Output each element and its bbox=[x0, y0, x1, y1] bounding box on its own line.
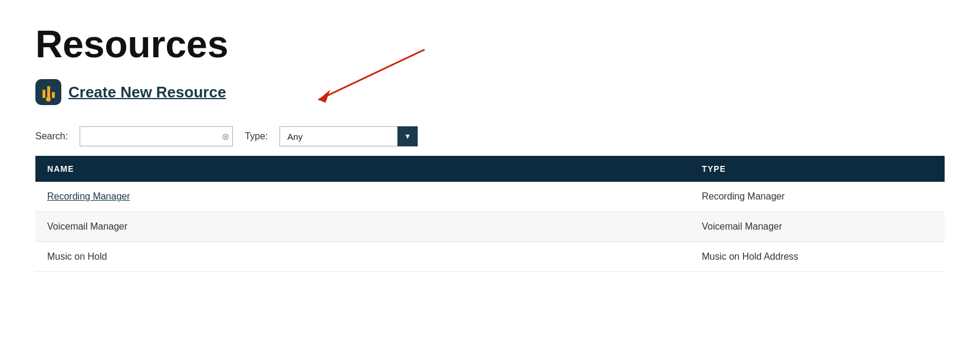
row-2-type: Music on Hold Address bbox=[690, 242, 945, 272]
column-header-type: TYPE bbox=[690, 156, 945, 182]
icon-bar-1 bbox=[42, 90, 45, 98]
table-header: NAME TYPE bbox=[35, 156, 945, 182]
row-1-type: Voicemail Manager bbox=[690, 212, 945, 242]
row-2-name: Music on Hold bbox=[35, 242, 690, 272]
icon-bar-3 bbox=[52, 92, 55, 98]
table-row: Voicemail Manager Voicemail Manager bbox=[35, 212, 945, 242]
type-dropdown-arrow[interactable]: ▼ bbox=[397, 126, 417, 146]
search-input-wrapper: ⊗ bbox=[80, 126, 233, 146]
icon-dot bbox=[46, 97, 51, 102]
table-row: Recording Manager Recording Manager bbox=[35, 182, 945, 212]
resource-icon bbox=[35, 79, 61, 105]
recording-manager-link[interactable]: Recording Manager bbox=[47, 191, 130, 201]
create-new-resource-link[interactable]: Create New Resource bbox=[68, 83, 226, 102]
search-filter-row: Search: ⊗ Type: Any ▼ bbox=[35, 126, 945, 146]
search-input[interactable] bbox=[80, 126, 233, 146]
svg-marker-1 bbox=[318, 90, 330, 103]
clear-search-icon[interactable]: ⊗ bbox=[222, 131, 229, 142]
icon-bar-2 bbox=[47, 86, 50, 98]
resources-table: NAME TYPE Recording Manager Recording Ma… bbox=[35, 156, 945, 272]
icon-bars-graphic bbox=[42, 86, 55, 98]
chevron-down-icon: ▼ bbox=[404, 132, 411, 140]
row-1-name: Voicemail Manager bbox=[35, 212, 690, 242]
type-label: Type: bbox=[245, 131, 268, 142]
table-body: Recording Manager Recording Manager Voic… bbox=[35, 182, 945, 272]
create-resource-row: Create New Resource bbox=[35, 79, 945, 105]
search-label: Search: bbox=[35, 131, 68, 142]
row-0-type: Recording Manager bbox=[690, 182, 945, 212]
type-select-wrapper[interactable]: Any ▼ bbox=[279, 126, 418, 146]
type-select-value: Any bbox=[280, 129, 398, 144]
row-0-name: Recording Manager bbox=[35, 182, 690, 212]
page-title: Resources bbox=[35, 24, 945, 65]
column-header-name: NAME bbox=[35, 156, 690, 182]
table-row: Music on Hold Music on Hold Address bbox=[35, 242, 945, 272]
